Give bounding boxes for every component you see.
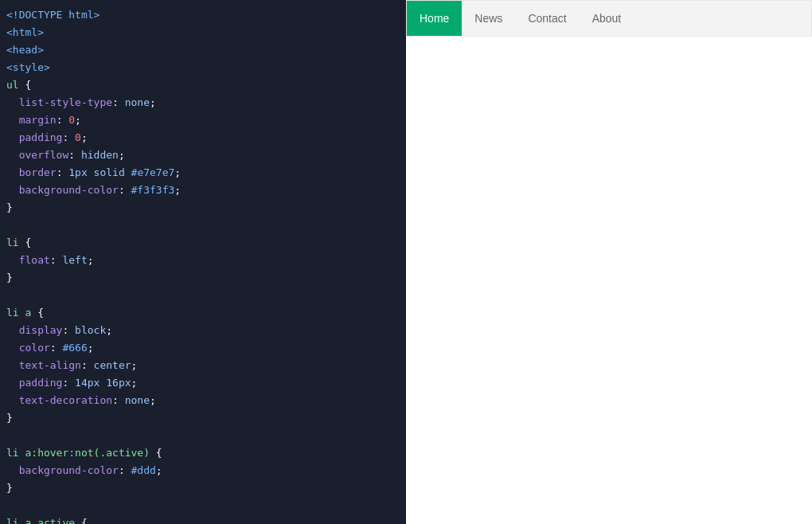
- code-editor: <!DOCTYPE html><html><head><style>ul { l…: [0, 0, 406, 524]
- code-line: li a.active {: [0, 514, 406, 524]
- code-line: text-align: center;: [0, 357, 406, 374]
- code-line: }: [0, 269, 406, 287]
- nav-link[interactable]: Home: [407, 1, 462, 36]
- code-line: }: [0, 479, 406, 497]
- code-line: <style>: [0, 59, 406, 76]
- code-line: border: 1px solid #e7e7e7;: [0, 164, 406, 182]
- code-line: [0, 427, 406, 444]
- code-line: li a:hover:not(.active) {: [0, 444, 406, 462]
- code-line: <html>: [0, 24, 406, 41]
- code-line: text-decoration: none;: [0, 392, 406, 409]
- code-line: background-color: #ddd;: [0, 462, 406, 479]
- code-line: display: block;: [0, 322, 406, 339]
- code-line: color: #666;: [0, 339, 406, 357]
- code-line: overflow: hidden;: [0, 147, 406, 164]
- code-line: float: left;: [0, 252, 406, 269]
- code-line: <head>: [0, 41, 406, 59]
- nav-item[interactable]: About: [580, 1, 634, 36]
- nav-link[interactable]: About: [580, 1, 634, 36]
- code-line: [0, 497, 406, 514]
- code-line: }: [0, 409, 406, 427]
- code-line: }: [0, 199, 406, 217]
- code-line: ul {: [0, 76, 406, 94]
- nav-item[interactable]: Contact: [515, 1, 579, 36]
- code-line: li {: [0, 234, 406, 252]
- code-line: background-color: #f3f3f3;: [0, 182, 406, 199]
- code-line: li a {: [0, 304, 406, 322]
- code-line: [0, 287, 406, 304]
- code-line: list-style-type: none;: [0, 94, 406, 111]
- preview-navbar: HomeNewsContactAbout: [406, 0, 812, 37]
- code-line: padding: 0;: [0, 129, 406, 147]
- nav-item[interactable]: Home: [407, 1, 462, 36]
- code-line: margin: 0;: [0, 111, 406, 129]
- nav-link[interactable]: Contact: [515, 1, 579, 36]
- nav-link[interactable]: News: [462, 1, 515, 36]
- preview-panel: HomeNewsContactAbout: [406, 0, 812, 524]
- code-line: [0, 217, 406, 234]
- code-line: <!DOCTYPE html>: [0, 6, 406, 24]
- code-line: padding: 14px 16px;: [0, 374, 406, 392]
- nav-item[interactable]: News: [462, 1, 515, 36]
